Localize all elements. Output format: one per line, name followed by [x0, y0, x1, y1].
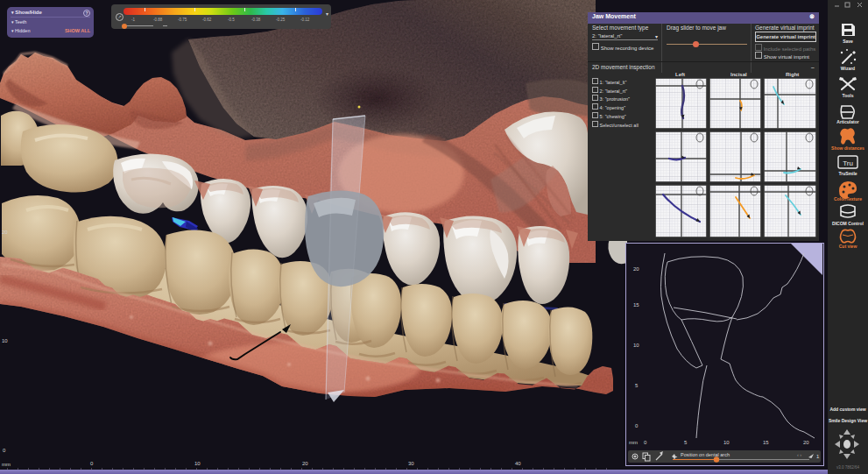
svg-text:Position on dental arch: Position on dental arch: [681, 452, 730, 457]
svg-text:0: 0: [644, 440, 647, 445]
svg-text:DICOM Control: DICOM Control: [832, 221, 864, 226]
svg-text:5: 5: [635, 383, 639, 388]
svg-text:20: 20: [633, 266, 639, 272]
svg-text:20: 20: [803, 440, 809, 445]
svg-text:15: 15: [633, 302, 639, 308]
svg-text:5: 5: [684, 440, 688, 445]
svg-text:Show distances: Show distances: [831, 145, 864, 151]
svg-text:Articulator: Articulator: [836, 119, 858, 124]
svg-text:10: 10: [633, 343, 639, 348]
svg-text:TruSmile: TruSmile: [838, 171, 857, 176]
svg-text:1: 1: [816, 454, 820, 459]
svg-text:Color/Texture: Color/Texture: [834, 196, 862, 202]
svg-text:mm: mm: [629, 440, 638, 445]
svg-text:v3.0 7862/64: v3.0 7862/64: [836, 465, 860, 470]
svg-text:‹ ›: ‹ ›: [797, 452, 801, 457]
svg-text:0: 0: [635, 423, 639, 428]
svg-text:15: 15: [763, 440, 769, 445]
svg-text:Save: Save: [843, 39, 853, 44]
svg-text:Tru: Tru: [843, 159, 853, 167]
svg-text:10: 10: [723, 440, 730, 445]
svg-text:Smile Design View: Smile Design View: [829, 418, 867, 423]
svg-text:Wizard: Wizard: [841, 66, 855, 71]
svg-text:Add custom view: Add custom view: [829, 407, 865, 412]
svg-text:Tools: Tools: [843, 93, 854, 98]
svg-text:Cut view: Cut view: [839, 244, 857, 249]
